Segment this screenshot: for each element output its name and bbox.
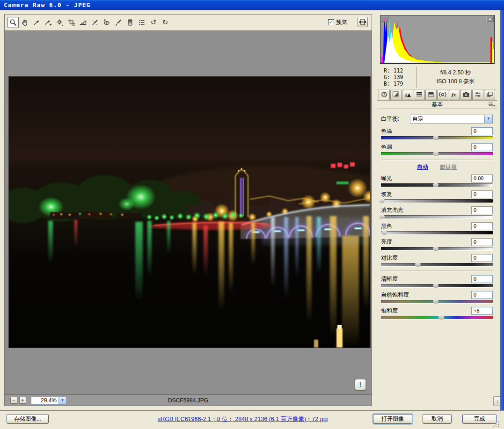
slider-value-input[interactable]: 0	[471, 238, 493, 246]
wb-sliders-group: 色温0色调0	[381, 127, 493, 155]
slider-value-input[interactable]: 0	[471, 206, 493, 214]
tab-snapshots[interactable]	[484, 90, 495, 100]
rotate-right-tool[interactable]: ↻	[160, 17, 171, 28]
rotate-left-icon: ↺	[151, 18, 157, 27]
slider-label: 色调	[381, 143, 392, 151]
processing-alert-badge: !	[355, 379, 366, 390]
slider-thumb[interactable]	[379, 198, 385, 203]
slider-track[interactable]	[381, 183, 493, 187]
slider-thumb[interactable]	[433, 246, 439, 251]
cancel-button[interactable]: 取消	[423, 414, 452, 424]
toolbar-tools: ↺↻	[7, 17, 171, 28]
graduated-filter-tool[interactable]	[124, 17, 136, 28]
exif-iso: ISO 100 8 毫米	[416, 77, 495, 86]
slider-value-input[interactable]: 0	[471, 291, 493, 299]
slider-value-input[interactable]: 0	[471, 190, 493, 198]
slider-thumb[interactable]	[433, 135, 439, 140]
panel-menu-button[interactable]	[488, 102, 495, 107]
tab-lens-corrections[interactable]	[437, 90, 448, 100]
slider-brightness: 亮度0	[381, 238, 493, 250]
slider-thumb[interactable]	[415, 262, 421, 267]
slider-track[interactable]	[381, 231, 493, 234]
divider	[381, 270, 493, 271]
slider-track[interactable]	[381, 215, 493, 218]
slider-label: 对比度	[381, 254, 398, 262]
targeted-adjustment-icon	[56, 19, 64, 26]
preview-toggle[interactable]: ✓ 预览	[328, 18, 347, 26]
targeted-adjustment-tool[interactable]	[54, 17, 66, 28]
exif-readout: f/6.4 2.50 秒 ISO 100 8 毫米	[416, 66, 495, 88]
highlight-clipping-indicator[interactable]: ▲	[486, 16, 494, 22]
slider-value-input[interactable]: 0	[471, 127, 493, 135]
slider-track[interactable]	[381, 136, 493, 139]
tab-hsl-grayscale[interactable]	[414, 90, 425, 100]
hand-tool[interactable]	[19, 17, 30, 28]
red-eye-removal-tool[interactable]	[101, 17, 112, 28]
slider-contrast: 对比度0	[381, 254, 493, 266]
open-image-button[interactable]: 打开图像	[373, 414, 412, 424]
slider-track[interactable]	[381, 199, 493, 203]
slider-value-input[interactable]: 0	[471, 222, 493, 230]
slider-thumb[interactable]	[433, 298, 439, 304]
slider-track[interactable]	[381, 263, 493, 266]
slider-value-input[interactable]: +8	[471, 307, 493, 315]
default-link[interactable]: 默认值	[440, 164, 457, 170]
panel-title: 基本	[377, 101, 497, 109]
tone-curve-icon	[392, 91, 400, 99]
slider-track[interactable]	[381, 316, 493, 319]
resize-grip[interactable]	[492, 421, 499, 427]
svg-text:fx: fx	[452, 92, 456, 97]
rgb-readout: R: 112 G: 139 B: 179	[380, 66, 416, 88]
tab-presets[interactable]	[472, 90, 483, 100]
workflow-options-link[interactable]: sRGB IEC61966-2.1；8 位； 2848 x 2136 (6.1 …	[158, 415, 328, 423]
slider-thumb[interactable]	[433, 151, 439, 156]
slider-thumb[interactable]	[433, 283, 439, 288]
save-image-button[interactable]: 存储图像...	[7, 414, 49, 424]
adjustment-brush-tool[interactable]	[113, 17, 124, 28]
slider-value-input[interactable]: 0	[471, 254, 493, 262]
slider-label: 清晰度	[381, 275, 398, 283]
slider-value-input[interactable]: 0	[471, 275, 493, 283]
chevron-down-icon: ▼	[484, 115, 492, 123]
slider-thumb[interactable]	[433, 182, 439, 187]
white-balance-select[interactable]: 自定 ▼	[410, 115, 493, 124]
effects-icon: fx	[450, 91, 459, 99]
white-balance-value: 自定	[412, 116, 424, 122]
preview-image[interactable]	[9, 77, 370, 348]
night-scene-photo	[9, 77, 370, 348]
done-button[interactable]: 完成	[462, 414, 497, 424]
slider-track[interactable]	[381, 300, 493, 303]
crop-tool[interactable]	[66, 17, 77, 28]
title-bar[interactable]: Camera Raw 6.0 - JPEG	[0, 0, 504, 10]
tab-camera-calibration[interactable]	[460, 90, 472, 100]
color-sampler-tool[interactable]	[43, 17, 54, 28]
rgb-g: G: 139	[384, 74, 416, 80]
slider-value-input[interactable]: 0	[471, 143, 493, 151]
tab-detail[interactable]	[402, 90, 413, 100]
preferences-tool[interactable]	[136, 17, 147, 28]
slider-label: 自然饱和度	[381, 291, 409, 299]
color-sampler-icon	[44, 19, 52, 26]
rotate-left-tool[interactable]: ↺	[148, 17, 159, 28]
tab-basic[interactable]	[379, 90, 390, 100]
tab-effects[interactable]: fx	[449, 90, 460, 100]
zoom-tool[interactable]	[7, 17, 19, 28]
slider-thumb[interactable]	[381, 230, 387, 235]
preview-checkbox[interactable]: ✓	[328, 19, 334, 25]
slider-thumb[interactable]	[379, 214, 385, 219]
slider-value-input[interactable]: 0.00	[471, 175, 493, 182]
slider-track[interactable]	[381, 152, 493, 155]
slider-track[interactable]	[381, 284, 493, 287]
auto-link[interactable]: 自动	[417, 164, 428, 170]
tab-split-toning[interactable]	[425, 90, 437, 100]
slider-thumb[interactable]	[438, 314, 445, 320]
slider-track[interactable]	[381, 247, 493, 250]
basic-panel: 白平衡: 自定 ▼ 色温0色调0 自动 默认值 曝光0.00恢复0填充亮光0黑色…	[381, 109, 493, 319]
straighten-tool[interactable]	[78, 17, 89, 28]
shadow-clipping-indicator[interactable]: ▲	[381, 16, 388, 22]
fullscreen-toggle-button[interactable]	[358, 17, 368, 27]
straighten-icon	[80, 19, 87, 26]
white-balance-tool[interactable]	[31, 17, 42, 28]
tab-tone-curve[interactable]	[390, 90, 402, 100]
spot-removal-tool[interactable]	[89, 17, 101, 28]
